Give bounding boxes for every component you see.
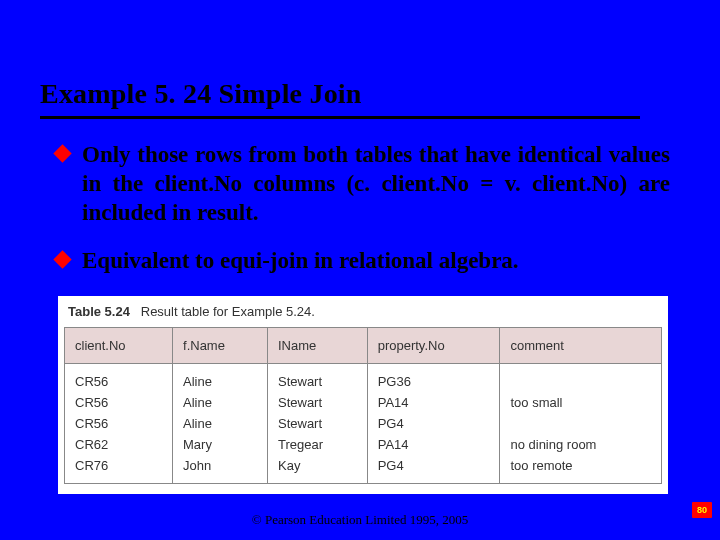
table-row: CR62 Mary Tregear PA14 no dining room <box>65 434 662 455</box>
bullet-diamond-icon <box>53 251 71 269</box>
result-table: client.No f.Name IName property.No comme… <box>64 327 662 484</box>
slide-title: Example 5. 24 Simple Join <box>40 78 680 110</box>
bullet-diamond-icon <box>53 144 71 162</box>
bullet-item: Equivalent to equi-join in relational al… <box>56 247 670 276</box>
col-header: f.Name <box>173 328 268 364</box>
cell: CR76 <box>65 455 173 484</box>
cell: Stewart <box>267 392 367 413</box>
cell: PA14 <box>367 434 500 455</box>
cell: Mary <box>173 434 268 455</box>
cell: Stewart <box>267 364 367 393</box>
table-row: CR76 John Kay PG4 too remote <box>65 455 662 484</box>
cell: too small <box>500 392 662 413</box>
col-header: property.No <box>367 328 500 364</box>
table-row: CR56 Aline Stewart PA14 too small <box>65 392 662 413</box>
cell: Aline <box>173 392 268 413</box>
col-header: comment <box>500 328 662 364</box>
bullet-item: Only those rows from both tables that ha… <box>56 141 670 227</box>
table-caption-label: Table 5.24 <box>68 304 130 319</box>
table-caption-text: Result table for Example 5.24. <box>141 304 315 319</box>
bullet-text: Only those rows from both tables that ha… <box>82 142 670 225</box>
cell: Aline <box>173 364 268 393</box>
bullet-list: Only those rows from both tables that ha… <box>0 119 720 276</box>
col-header: client.No <box>65 328 173 364</box>
cell: CR62 <box>65 434 173 455</box>
table-figure: Table 5.24 Result table for Example 5.24… <box>58 296 668 494</box>
table-row: CR56 Aline Stewart PG36 <box>65 364 662 393</box>
cell: Stewart <box>267 413 367 434</box>
bullet-text: Equivalent to equi-join in relational al… <box>82 248 519 273</box>
cell: too remote <box>500 455 662 484</box>
cell: Tregear <box>267 434 367 455</box>
cell <box>500 413 662 434</box>
cell: PG4 <box>367 455 500 484</box>
title-area: Example 5. 24 Simple Join <box>0 0 720 119</box>
col-header: IName <box>267 328 367 364</box>
page-number: 80 <box>692 502 712 518</box>
cell: CR56 <box>65 364 173 393</box>
cell: PG36 <box>367 364 500 393</box>
cell: CR56 <box>65 392 173 413</box>
slide: Example 5. 24 Simple Join Only those row… <box>0 0 720 540</box>
cell: CR56 <box>65 413 173 434</box>
cell: John <box>173 455 268 484</box>
table-caption: Table 5.24 Result table for Example 5.24… <box>68 304 662 319</box>
copyright-footer: © Pearson Education Limited 1995, 2005 <box>0 512 720 528</box>
cell: Kay <box>267 455 367 484</box>
table-row: CR56 Aline Stewart PG4 <box>65 413 662 434</box>
cell <box>500 364 662 393</box>
table-header-row: client.No f.Name IName property.No comme… <box>65 328 662 364</box>
cell: PG4 <box>367 413 500 434</box>
cell: no dining room <box>500 434 662 455</box>
cell: Aline <box>173 413 268 434</box>
cell: PA14 <box>367 392 500 413</box>
